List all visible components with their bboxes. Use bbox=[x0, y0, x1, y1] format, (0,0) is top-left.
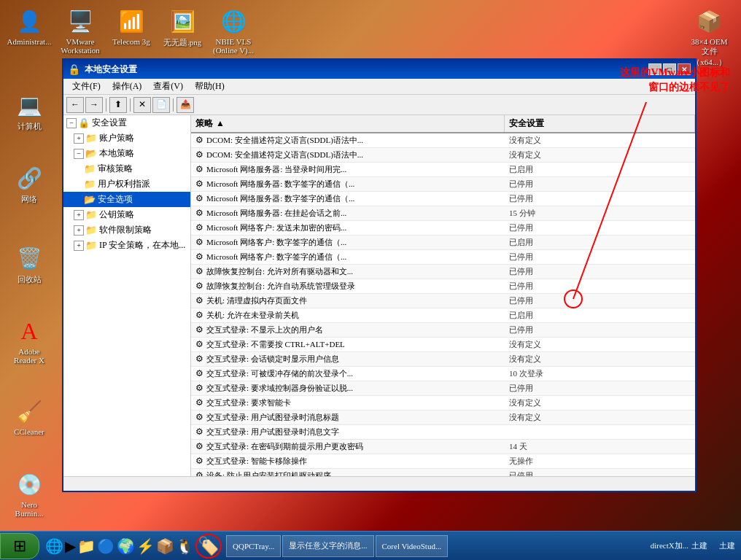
window-titlebar[interactable]: 🔒 本地安全设置 _ □ ✕ bbox=[63, 60, 695, 79]
taskbar-flash-icon[interactable]: ⚡ bbox=[136, 537, 155, 555]
column-header-security[interactable]: 安全设置 bbox=[505, 115, 695, 132]
menu-view[interactable]: 查看(V) bbox=[147, 79, 189, 94]
list-row[interactable]: ⚙DCOM: 安全描述符定义语言(SDDL)语法中...没有定义 bbox=[191, 133, 695, 148]
policy-icon: ⚙ bbox=[195, 441, 203, 452]
tree-item-user-rights[interactable]: 📁 用户权利指派 bbox=[63, 176, 190, 192]
list-row[interactable]: ⚙故障恢复控制台: 允许对所有驱动器和文...已停用 bbox=[191, 265, 695, 279]
taskbar-earth-icon[interactable]: 🌍 bbox=[117, 537, 135, 555]
tree-expand-local[interactable]: − bbox=[74, 149, 84, 159]
policy-text: 交互式登录: 用户试图登录时消息文字 bbox=[206, 427, 339, 438]
export-button[interactable]: 📤 bbox=[176, 97, 194, 113]
menu-action[interactable]: 操作(A) bbox=[106, 79, 148, 94]
security-cell: 没有定义 bbox=[505, 396, 695, 410]
taskbar-item-qqpctray[interactable]: QQPCTray... bbox=[226, 535, 281, 557]
list-row[interactable]: ⚙故障恢复控制台: 允许自动系统管理级登录已停用 bbox=[191, 279, 695, 294]
administrator-icon: 👤 bbox=[15, 7, 44, 36]
taskbar-media-icon[interactable]: ▶ bbox=[65, 537, 76, 555]
security-cell: 已停用 bbox=[505, 177, 695, 191]
taskbar-item-corel[interactable]: Corel VideoStud... bbox=[376, 535, 449, 557]
desktop-icon-adobe[interactable]: A AdobeReader X bbox=[4, 314, 55, 368]
taskbar-chrome-icon[interactable]: 🔵 bbox=[97, 537, 115, 555]
list-row[interactable]: ⚙交互式登录: 不显示上次的用户名已停用 bbox=[191, 323, 695, 338]
toolbar-separator-2 bbox=[130, 98, 131, 112]
tree-expand-ip[interactable]: + bbox=[74, 241, 84, 251]
desktop-icon-telecom[interactable]: 📶 Telecom 3g bbox=[106, 4, 157, 49]
policy-icon: ⚙ bbox=[195, 179, 203, 190]
column-header-policy[interactable]: 策略 ▲ bbox=[191, 115, 505, 132]
list-row[interactable]: ⚙DCOM: 安全描述符定义语言(SDDL)语法中...没有定义 bbox=[191, 148, 695, 163]
desktop-icon-computer[interactable]: 💻 计算机 bbox=[4, 88, 55, 135]
right-panel-list: 策略 ▲ 安全设置 ⚙DCOM: 安全描述符定义语言(SDDL)语法中...没有… bbox=[191, 115, 695, 476]
tree-label-software: 软件限制策略 bbox=[99, 224, 152, 236]
list-row[interactable]: ⚙交互式登录: 在密码到期前提示用户更改密码14 天 bbox=[191, 440, 695, 454]
col-policy-sort: ▲ bbox=[216, 118, 225, 129]
tree-item-ip-security[interactable]: + 📁 IP 安全策略，在本地... bbox=[63, 238, 190, 253]
start-button[interactable]: ⊞ bbox=[0, 533, 39, 559]
up-button[interactable]: ⬆ bbox=[109, 97, 127, 113]
desktop-icon-vmware[interactable]: 🖥️ VMwareWorkstation bbox=[55, 4, 106, 58]
taskbar-qq-icon[interactable]: 🐧 bbox=[176, 537, 194, 555]
list-row[interactable]: ⚙交互式登录: 要求智能卡没有定义 bbox=[191, 396, 695, 411]
list-row[interactable]: ⚙交互式登录: 要求域控制器身份验证以脱...已停用 bbox=[191, 381, 695, 396]
taskbar-folder-icon[interactable]: 📁 bbox=[77, 537, 96, 555]
policy-text: 故障恢复控制台: 允许自动系统管理级登录 bbox=[206, 281, 355, 292]
list-row[interactable]: ⚙Microsoft 网络客户: 数字签字的通信（...已启用 bbox=[191, 236, 695, 250]
list-row[interactable]: ⚙交互式登录: 智能卡移除操作无操作 bbox=[191, 454, 695, 469]
list-row[interactable]: ⚙关机: 允许在未登录前关机已启用 bbox=[191, 308, 695, 323]
taskbar-app-icon[interactable]: 📦 bbox=[156, 537, 174, 555]
menu-help[interactable]: 帮助(H) bbox=[189, 79, 230, 94]
taskbar-highlighted-icon[interactable]: 🏷️ bbox=[195, 534, 222, 559]
tree-item-local-policy[interactable]: − 📂 本地策略 bbox=[63, 146, 190, 161]
tree-item-security-settings[interactable]: − 🔒 安全设置 bbox=[63, 115, 190, 131]
taskbar-item-parallel[interactable]: 显示任意义字的消息... bbox=[282, 535, 373, 557]
tree-expand-account[interactable]: + bbox=[74, 133, 84, 144]
tree-expand-public[interactable]: + bbox=[74, 210, 84, 220]
tree-item-security-options[interactable]: 📂 安全选项 bbox=[63, 192, 190, 207]
security-cell: 已启用 bbox=[505, 236, 695, 249]
tree-icon-ip: 📁 bbox=[85, 240, 97, 252]
desktop-icon-nbie[interactable]: 🌐 NBIE VLS(Online V)... bbox=[208, 4, 259, 58]
policy-text: Microsoft 网络客户: 数字签字的通信（... bbox=[206, 252, 346, 262]
list-row[interactable]: ⚙Microsoft 网络服务器: 当登录时间用完...已启用 bbox=[191, 163, 695, 177]
policy-cell: ⚙关机: 允许在未登录前关机 bbox=[191, 308, 505, 322]
tree-item-public-policy[interactable]: + 📁 公钥策略 bbox=[63, 207, 190, 222]
list-row[interactable]: ⚙交互式登录: 用户试图登录时消息文字 bbox=[191, 425, 695, 440]
menu-file[interactable]: 文件(F) bbox=[66, 79, 106, 94]
list-row[interactable]: ⚙交互式登录: 用户试图登录时消息标题没有定义 bbox=[191, 411, 695, 425]
list-row[interactable]: ⚙Microsoft 网络服务器: 数字签字的通信（...已停用 bbox=[191, 192, 695, 206]
tree-icon-audit: 📁 bbox=[84, 163, 96, 175]
taskbar-ie-icon[interactable]: 🌐 bbox=[45, 537, 63, 555]
tree-expand-security[interactable]: − bbox=[66, 118, 77, 128]
tree-expand-software[interactable]: + bbox=[74, 225, 84, 236]
list-row[interactable]: ⚙交互式登录: 不需要按 CTRL+ALT+DEL没有定义 bbox=[191, 338, 695, 352]
delete-button[interactable]: ✕ bbox=[133, 97, 151, 113]
desktop-icon-nero[interactable]: 💿 NeroBurnin... bbox=[4, 467, 55, 521]
security-cell: 已停用 bbox=[505, 221, 695, 235]
policy-icon: ⚙ bbox=[195, 470, 203, 476]
security-cell: 没有定义 bbox=[505, 148, 695, 162]
desktop-icon-administrator[interactable]: 👤 Administrat... bbox=[4, 4, 55, 49]
list-row[interactable]: ⚙交互式登录: 会话锁定时显示用户信息没有定义 bbox=[191, 352, 695, 367]
tree-item-audit-policy[interactable]: 📁 审核策略 bbox=[63, 161, 190, 176]
policy-text: 交互式登录: 不显示上次的用户名 bbox=[206, 324, 323, 335]
policy-text: 交互式登录: 不需要按 CTRL+ALT+DEL bbox=[206, 339, 345, 350]
forward-button[interactable]: → bbox=[85, 97, 103, 113]
back-button[interactable]: ← bbox=[66, 97, 84, 113]
desktop-icon-network[interactable]: 🔗 网络 bbox=[4, 160, 55, 208]
desktop-icon-ccleaner[interactable]: 🧹 CCleaner bbox=[4, 394, 55, 439]
policy-icon: ⚙ bbox=[195, 412, 203, 423]
tree-item-account-policy[interactable]: + 📁 账户策略 bbox=[63, 131, 190, 146]
tree-label-user-rights: 用户权利指派 bbox=[98, 178, 150, 190]
list-row[interactable]: ⚙Microsoft 网络服务器: 在挂起会话之前...15 分钟 bbox=[191, 206, 695, 221]
list-row[interactable]: ⚙交互式登录: 可被缓冲存储的前次登录个...10 次登录 bbox=[191, 367, 695, 381]
list-row[interactable]: ⚙关机: 清理虚拟内存页面文件已停用 bbox=[191, 294, 695, 308]
tree-item-software-restrict[interactable]: + 📁 软件限制策略 bbox=[63, 222, 190, 238]
properties-button[interactable]: 📄 bbox=[152, 97, 170, 113]
list-row[interactable]: ⚙Microsoft 网络客户: 数字签字的通信（...已停用 bbox=[191, 250, 695, 265]
list-row[interactable]: ⚙Microsoft 网络服务器: 数字签字的通信（...已停用 bbox=[191, 177, 695, 192]
list-row[interactable]: ⚙Microsoft 网络客户: 发送未加密的密码...已停用 bbox=[191, 221, 695, 236]
desktop-icon-wutimu[interactable]: 🖼️ 无无题.png bbox=[157, 4, 208, 51]
list-row[interactable]: ⚙设备: 防止用户安装打印机驱动程序已停用 bbox=[191, 469, 695, 476]
policy-icon: ⚙ bbox=[195, 208, 203, 219]
desktop-icon-recycle[interactable]: 🗑️ 回收站 bbox=[4, 241, 55, 288]
